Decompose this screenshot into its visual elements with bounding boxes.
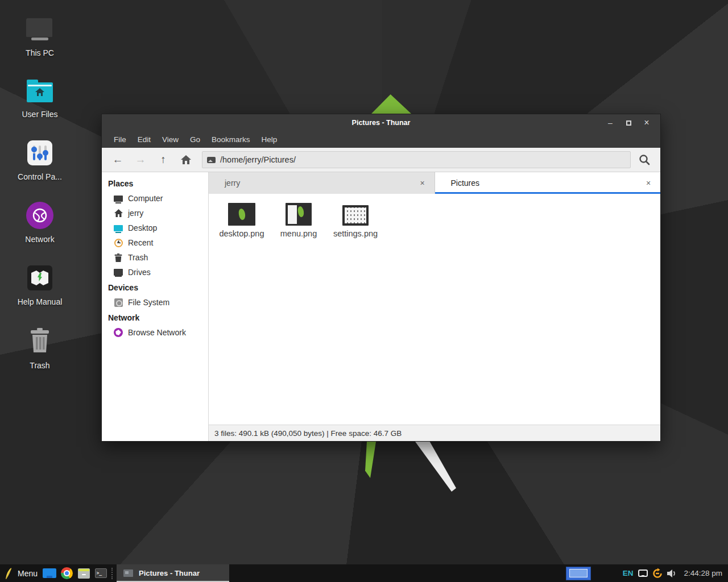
back-icon: ←	[113, 153, 123, 166]
drives-icon	[113, 267, 123, 277]
menu-file[interactable]: File	[108, 131, 132, 148]
wallpaper-feather	[411, 442, 456, 492]
menu-label: Menu	[18, 569, 38, 578]
home-button[interactable]	[175, 150, 197, 169]
sliders-icon	[27, 140, 52, 165]
sidebar-item-browse-network[interactable]: Browse Network	[102, 325, 208, 340]
sidebar: Places Computer jerry Desktop Recent	[102, 172, 209, 441]
tab-close-icon[interactable]: ×	[417, 178, 428, 188]
sidebar-item-trash[interactable]: Trash	[102, 250, 208, 265]
sidebar-item-label: File System	[128, 298, 169, 307]
trash-icon	[28, 328, 51, 355]
workspace-switcher[interactable]	[566, 567, 591, 580]
desktop-icon-network[interactable]: Network	[10, 201, 69, 244]
wallpaper-logo-green-arrow	[371, 94, 411, 114]
home-icon	[181, 155, 191, 164]
keyboard-layout-indicator[interactable]: EN	[623, 569, 634, 577]
desktop-wallpaper: This PC User Files Control Pa... Network…	[0, 0, 728, 582]
search-button[interactable]	[633, 150, 656, 169]
speaker-icon	[667, 569, 677, 578]
menu-go[interactable]: Go	[184, 131, 206, 148]
image-thumbnail	[228, 203, 255, 226]
file-name: settings.png	[327, 229, 384, 238]
back-button[interactable]: ←	[106, 150, 129, 169]
start-menu-button[interactable]: Menu	[0, 564, 41, 582]
close-icon: ×	[644, 118, 649, 128]
desktop-icon-this-pc[interactable]: This PC	[10, 15, 69, 57]
sidebar-item-drives[interactable]: Drives	[102, 265, 208, 280]
desktop-icon-control-panel[interactable]: Control Pa...	[10, 139, 69, 181]
search-icon	[639, 154, 650, 165]
tab-pictures[interactable]: Pictures ×	[435, 172, 661, 194]
archive-launcher[interactable]	[75, 564, 92, 582]
desktop-icon-label: Help Manual	[10, 297, 69, 306]
volume-tray-icon[interactable]	[667, 569, 677, 578]
tasklist-handle[interactable]	[111, 568, 115, 579]
file-menu-png[interactable]: menu.png	[270, 198, 327, 238]
task-button-label: Pictures - Thunar	[139, 569, 200, 577]
sidebar-item-label: Trash	[128, 253, 148, 262]
clock[interactable]: 2:44:28 pm	[684, 569, 722, 577]
menu-edit[interactable]: Edit	[132, 131, 156, 148]
desktop-icon-help-manual[interactable]: Help Manual	[10, 264, 69, 306]
menu-help[interactable]: Help	[256, 131, 283, 148]
tab-label: Pictures	[451, 178, 644, 188]
minimize-button[interactable]: –	[601, 114, 619, 131]
desktop-icon-user-files[interactable]: User Files	[10, 76, 69, 119]
folder-icon	[43, 568, 56, 578]
manual-book-icon	[27, 265, 52, 290]
file-list[interactable]: desktop.png menu.png settings.png	[209, 194, 660, 425]
image-thumbnail	[342, 205, 369, 226]
globe-icon	[113, 327, 123, 338]
image-thumbnail	[286, 203, 312, 226]
sidebar-item-label: Computer	[128, 194, 163, 203]
tab-close-icon[interactable]: ×	[643, 178, 653, 188]
sidebar-item-recent[interactable]: Recent	[102, 235, 208, 250]
taskbar: Menu Pictures - Thunar EN	[0, 564, 728, 582]
update-refresh-icon	[652, 568, 663, 579]
sidebar-item-desktop[interactable]: Desktop	[102, 221, 208, 235]
forward-button[interactable]: →	[129, 150, 152, 169]
desktop-icon-label: Control Pa...	[10, 172, 69, 181]
desktop-icon-trash[interactable]: Trash	[10, 327, 69, 370]
path-bar[interactable]: /home/jerry/Pictures/	[202, 151, 631, 168]
sidebar-item-file-system[interactable]: File System	[102, 295, 208, 310]
maximize-button[interactable]	[619, 114, 638, 131]
trash-icon	[113, 252, 123, 263]
sidebar-item-label: jerry	[128, 209, 143, 218]
desktop-icon	[113, 223, 123, 233]
desktop-icon-label: This PC	[10, 48, 69, 57]
display-tray-icon[interactable]	[638, 569, 648, 577]
window-title: Pictures - Thunar	[352, 119, 411, 127]
maximize-icon	[626, 120, 631, 126]
path-text: /home/jerry/Pictures/	[220, 155, 296, 164]
file-settings-png[interactable]: settings.png	[327, 198, 384, 238]
status-text: 3 files: 490.1 kB (490,050 bytes) | Free…	[214, 429, 402, 438]
file-manager-launcher[interactable]	[41, 564, 58, 582]
file-name: desktop.png	[213, 229, 270, 238]
sidebar-item-jerry[interactable]: jerry	[102, 206, 208, 221]
computer-icon	[113, 193, 123, 203]
sidebar-item-label: Desktop	[128, 223, 157, 232]
sidebar-header-devices: Devices	[102, 280, 208, 295]
feather-icon	[5, 567, 13, 580]
chrome-launcher[interactable]	[58, 564, 75, 582]
update-manager-tray-icon[interactable]	[652, 568, 663, 579]
menu-bookmarks[interactable]: Bookmarks	[206, 131, 256, 148]
task-button-thunar[interactable]: Pictures - Thunar	[117, 564, 229, 582]
home-folder-icon	[27, 82, 53, 102]
image-folder-icon	[207, 157, 216, 163]
menu-view[interactable]: View	[156, 131, 184, 148]
sidebar-item-computer[interactable]: Computer	[102, 191, 208, 206]
tab-jerry[interactable]: jerry ×	[209, 172, 435, 194]
up-button[interactable]: ↑	[152, 150, 175, 169]
hard-disk-icon	[113, 297, 123, 307]
tab-label: jerry	[225, 178, 417, 188]
desktop-icon-label: User Files	[10, 110, 69, 119]
terminal-launcher[interactable]	[92, 564, 109, 582]
window-titlebar[interactable]: Pictures - Thunar – ×	[102, 114, 660, 131]
file-desktop-png[interactable]: desktop.png	[213, 198, 270, 238]
close-button[interactable]: ×	[638, 114, 656, 131]
active-workspace	[569, 569, 588, 577]
file-cabinet-icon	[78, 568, 90, 579]
